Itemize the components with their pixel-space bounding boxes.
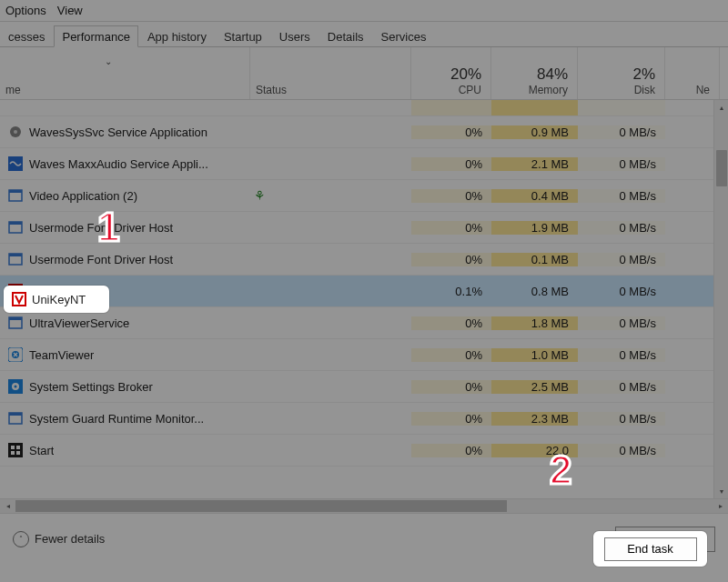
memory-label: Memory xyxy=(529,84,568,96)
disk-label: Disk xyxy=(634,84,655,96)
process-status: ⚘ xyxy=(250,188,411,203)
highlight-process-name: UniKeyNT xyxy=(32,293,86,306)
tab-details[interactable]: Details xyxy=(319,25,372,46)
table-row[interactable]: System Guard Runtime Monitor...0%2.3 MB0… xyxy=(0,403,713,435)
table-row[interactable]: Start0%22.00 MB/s xyxy=(0,435,713,467)
svg-rect-21 xyxy=(16,446,20,449)
svg-rect-6 xyxy=(9,222,22,225)
process-memory: 0.4 MB xyxy=(491,189,578,203)
highlight-end-task: End task xyxy=(593,531,707,567)
process-list: WavesSysSvc Service Application0%0.9 MB0… xyxy=(0,100,728,498)
fewer-details-label: Fewer details xyxy=(35,532,105,546)
app-icon xyxy=(7,187,24,204)
fewer-details-button[interactable]: ˄ Fewer details xyxy=(13,531,105,547)
column-memory[interactable]: 84% Memory xyxy=(491,47,578,99)
process-cpu: 0% xyxy=(411,444,491,457)
column-status-label: Status xyxy=(256,84,287,96)
process-name: TeamViewer xyxy=(29,348,94,362)
start-icon xyxy=(7,442,24,458)
process-memory: 2.1 MB xyxy=(491,157,578,171)
tab-startup[interactable]: Startup xyxy=(216,25,270,46)
annotation-1: 1 xyxy=(97,205,119,250)
process-cpu: 0% xyxy=(411,189,491,203)
column-headers: ⌄ me Status 20% CPU 84% Memory 2% Disk N… xyxy=(0,47,728,100)
process-disk: 0 MB/s xyxy=(578,157,665,171)
process-memory: 0.9 MB xyxy=(491,125,578,139)
process-name: System Settings Broker xyxy=(29,380,153,394)
scroll-down-arrow[interactable]: ▾ xyxy=(714,484,728,498)
process-name: System Guard Runtime Monitor... xyxy=(29,412,204,426)
table-row[interactable]: UltraViewerService0%1.8 MB0 MB/s xyxy=(0,307,713,339)
svg-point-1 xyxy=(14,130,17,134)
highlight-process[interactable]: UniKeyNT xyxy=(4,286,109,313)
column-network[interactable]: Ne xyxy=(665,47,720,99)
svg-rect-23 xyxy=(16,451,20,455)
process-disk: 0 MB/s xyxy=(578,125,665,139)
process-memory: 1.9 MB xyxy=(491,221,578,235)
scroll-right-arrow[interactable]: ▸ xyxy=(713,498,728,514)
svg-rect-8 xyxy=(9,254,22,256)
app-icon xyxy=(7,219,24,236)
process-memory: 0.1 MB xyxy=(491,253,578,266)
process-cpu: 0% xyxy=(411,380,491,394)
network-label: Ne xyxy=(696,84,710,96)
end-task-button-highlighted[interactable]: End task xyxy=(604,537,697,561)
scroll-thumb-h[interactable] xyxy=(15,500,507,512)
app-icon xyxy=(7,315,24,331)
process-cpu: 0% xyxy=(411,125,491,139)
svg-point-16 xyxy=(15,386,17,388)
column-cpu[interactable]: 20% CPU xyxy=(411,47,491,99)
process-disk: 0 MB/s xyxy=(578,221,665,235)
column-disk[interactable]: 2% Disk xyxy=(578,47,665,99)
tab-services[interactable]: Services xyxy=(373,25,435,46)
vertical-scrollbar[interactable]: ▴ ▾ xyxy=(713,100,728,498)
tab-performance[interactable]: Performance xyxy=(54,25,137,47)
process-name: UltraViewerService xyxy=(29,316,129,330)
table-row[interactable]: TeamViewer0%1.0 MB0 MB/s xyxy=(0,339,713,371)
scroll-thumb[interactable] xyxy=(716,150,727,186)
svg-rect-22 xyxy=(11,451,15,455)
scroll-left-arrow[interactable]: ◂ xyxy=(0,498,15,514)
column-status[interactable]: Status xyxy=(250,47,411,99)
process-cpu: 0% xyxy=(411,221,491,235)
gear-icon xyxy=(7,124,24,140)
process-name: Video Application (2) xyxy=(29,189,137,203)
menu-bar: Options View xyxy=(0,0,728,22)
process-disk: 0 MB/s xyxy=(578,189,665,203)
table-row[interactable]: Waves MaxxAudio Service Appli...0%2.1 MB… xyxy=(0,148,713,180)
process-name: Start xyxy=(29,444,54,457)
disk-usage: 2% xyxy=(632,65,655,84)
chevron-up-icon: ˄ xyxy=(13,531,29,547)
process-disk: 0 MB/s xyxy=(578,444,665,457)
scroll-up-arrow[interactable]: ▴ xyxy=(714,100,728,115)
svg-rect-4 xyxy=(9,190,22,193)
process-disk: 0 MB/s xyxy=(578,285,665,298)
process-disk: 0 MB/s xyxy=(578,412,665,426)
process-disk: 0 MB/s xyxy=(578,380,665,394)
cpu-usage: 20% xyxy=(450,65,481,84)
process-memory: 1.0 MB xyxy=(491,348,578,362)
tab-app-history[interactable]: App history xyxy=(139,25,215,46)
menu-view[interactable]: View xyxy=(57,4,83,17)
column-name[interactable]: ⌄ me xyxy=(0,47,250,99)
tab-users[interactable]: Users xyxy=(271,25,318,46)
memory-usage: 84% xyxy=(537,65,568,84)
app-icon xyxy=(7,251,24,267)
table-row[interactable]: System Settings Broker0%2.5 MB0 MB/s xyxy=(0,371,713,403)
svg-rect-19 xyxy=(8,443,23,457)
cpu-label: CPU xyxy=(459,84,481,96)
tab-processes[interactable]: cesses xyxy=(0,25,53,46)
process-memory: 0.8 MB xyxy=(491,285,578,298)
process-cpu: 0% xyxy=(411,412,491,426)
menu-options[interactable]: Options xyxy=(5,4,46,17)
column-name-label: me xyxy=(5,84,21,96)
process-cpu: 0% xyxy=(411,157,491,171)
chevron-down-icon: ⌄ xyxy=(105,56,112,66)
team-icon xyxy=(7,346,24,363)
process-memory: 2.3 MB xyxy=(491,412,578,426)
process-disk: 0 MB/s xyxy=(578,253,665,266)
horizontal-scrollbar[interactable]: ◂ ▸ xyxy=(0,498,728,514)
process-cpu: 0% xyxy=(411,348,491,362)
table-row[interactable]: WavesSysSvc Service Application0%0.9 MB0… xyxy=(0,116,713,148)
waves-icon xyxy=(7,156,24,172)
